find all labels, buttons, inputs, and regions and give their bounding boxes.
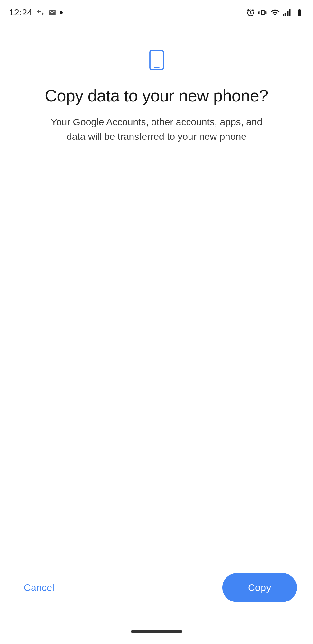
button-row: Cancel Copy (13, 567, 300, 609)
cancel-button[interactable]: Cancel (16, 576, 62, 600)
notification-dot (60, 11, 63, 14)
home-indicator-area (0, 625, 313, 644)
page-subtitle: Your Google Accounts, other accounts, ap… (44, 115, 269, 144)
status-bar-left: 12:24 (9, 7, 63, 18)
svg-rect-1 (154, 67, 160, 68)
status-bar: 12:24 (0, 0, 313, 23)
arrows-icon (36, 8, 45, 17)
page-title: Copy data to your new phone? (45, 86, 268, 106)
phone-icon (145, 48, 168, 72)
bottom-area: Cancel Copy (0, 557, 313, 625)
main-content: Copy data to your new phone? Your Google… (0, 23, 313, 557)
home-indicator (131, 630, 182, 633)
vibrate-icon (258, 8, 267, 17)
copy-button[interactable]: Copy (222, 573, 297, 602)
alarm-icon (246, 8, 255, 17)
wifi-icon (271, 8, 280, 17)
status-bar-right (246, 8, 304, 17)
status-icons-left (36, 8, 63, 17)
status-time: 12:24 (9, 7, 32, 18)
gmail-icon (48, 8, 56, 17)
battery-icon (295, 8, 304, 17)
phone-icon-container (145, 48, 168, 73)
signal-icon (283, 8, 292, 17)
